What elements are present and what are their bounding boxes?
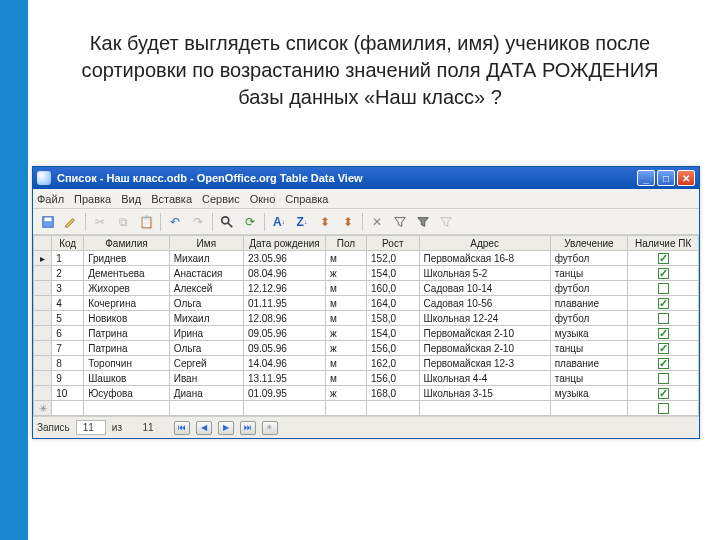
cell-adr[interactable]: Школьная 4-4: [419, 371, 550, 386]
cell-adr[interactable]: Школьная 5-2: [419, 266, 550, 281]
cell-nam[interactable]: Алексей: [169, 281, 243, 296]
cell-uvl[interactable]: футбол: [550, 281, 628, 296]
nav-prev-icon[interactable]: ◀: [196, 421, 212, 435]
cell-uvl[interactable]: музыка: [550, 326, 628, 341]
cell-fam[interactable]: Кочергина: [84, 296, 170, 311]
filter-default-icon[interactable]: [414, 213, 432, 231]
table-row[interactable]: 5НовиковМихаил12.08.96м158,0Школьная 12-…: [34, 311, 699, 326]
cell-fam[interactable]: Патрина: [84, 341, 170, 356]
row-marker[interactable]: [34, 341, 52, 356]
table-row[interactable]: 4КочергинаОльга01.11.95м164,0Садовая 10-…: [34, 296, 699, 311]
cell-nam[interactable]: Сергей: [169, 356, 243, 371]
cell-adr[interactable]: Первомайская 12-3: [419, 356, 550, 371]
cell-fam[interactable]: Жихорев: [84, 281, 170, 296]
cell-rost[interactable]: 154,0: [367, 326, 419, 341]
cell-rost[interactable]: 156,0: [367, 371, 419, 386]
find-icon[interactable]: [218, 213, 236, 231]
checkbox-icon[interactable]: [658, 373, 669, 384]
row-marker[interactable]: ▸: [34, 251, 52, 266]
checkbox-icon[interactable]: [658, 313, 669, 324]
menu-help[interactable]: Справка: [285, 193, 328, 205]
cell-adr[interactable]: Школьная 3-15: [419, 386, 550, 401]
cell-pol[interactable]: м: [326, 251, 367, 266]
data-table[interactable]: Код Фамилия Имя Дата рождения Пол Рост А…: [33, 235, 699, 416]
cell-pk[interactable]: [628, 341, 699, 356]
table-row[interactable]: 2ДементьеваАнастасия08.04.96ж154,0Школьн…: [34, 266, 699, 281]
refresh-icon[interactable]: ⟳: [241, 213, 259, 231]
checkbox-icon[interactable]: [658, 358, 669, 369]
col-fam[interactable]: Фамилия: [84, 236, 170, 251]
cell-dat[interactable]: 12.08.96: [243, 311, 325, 326]
col-uvl[interactable]: Увлечение: [550, 236, 628, 251]
cell-rost[interactable]: 156,0: [367, 341, 419, 356]
row-marker[interactable]: [34, 266, 52, 281]
undo-icon[interactable]: ↶: [166, 213, 184, 231]
col-pk[interactable]: Наличие ПК: [628, 236, 699, 251]
menu-edit[interactable]: Правка: [74, 193, 111, 205]
nav-first-icon[interactable]: ⏮: [174, 421, 190, 435]
table-row-new[interactable]: ✳: [34, 401, 699, 416]
table-row[interactable]: 6ПатринаИрина09.05.96ж154,0Первомайская …: [34, 326, 699, 341]
cell-adr[interactable]: Первомайская 2-10: [419, 341, 550, 356]
cell-uvl[interactable]: танцы: [550, 266, 628, 281]
checkbox-icon[interactable]: [658, 298, 669, 309]
cell-fam[interactable]: Дементьева: [84, 266, 170, 281]
remove-filter-icon[interactable]: [437, 213, 455, 231]
checkbox-icon[interactable]: [658, 388, 669, 399]
autofilter-icon[interactable]: ✕: [368, 213, 386, 231]
sort-desc-icon[interactable]: Z↓: [293, 213, 311, 231]
cell-rost[interactable]: 158,0: [367, 311, 419, 326]
cell-pol[interactable]: ж: [326, 386, 367, 401]
menu-insert[interactable]: Вставка: [151, 193, 192, 205]
cell-pol[interactable]: м: [326, 371, 367, 386]
cell-kod[interactable]: 8: [52, 356, 84, 371]
sort-config-icon[interactable]: ⬍: [339, 213, 357, 231]
row-marker-new[interactable]: ✳: [34, 401, 52, 416]
cell-pk[interactable]: [628, 281, 699, 296]
cell-kod[interactable]: 10: [52, 386, 84, 401]
menu-file[interactable]: Файл: [37, 193, 64, 205]
col-rost[interactable]: Рост: [367, 236, 419, 251]
checkbox-icon[interactable]: [658, 268, 669, 279]
table-row[interactable]: 9ШашковИван13.11.95м156,0Школьная 4-4тан…: [34, 371, 699, 386]
paste-icon[interactable]: 📋: [137, 213, 155, 231]
cell-adr[interactable]: Школьная 12-24: [419, 311, 550, 326]
cell-pk[interactable]: [628, 371, 699, 386]
edit-icon[interactable]: [62, 213, 80, 231]
nav-next-icon[interactable]: ▶: [218, 421, 234, 435]
cell-pol[interactable]: м: [326, 281, 367, 296]
cell-adr[interactable]: Первомайская 16-8: [419, 251, 550, 266]
filter-icon[interactable]: [391, 213, 409, 231]
cell-nam[interactable]: Анастасия: [169, 266, 243, 281]
cell-fam[interactable]: Шашков: [84, 371, 170, 386]
row-marker[interactable]: [34, 326, 52, 341]
col-nam[interactable]: Имя: [169, 236, 243, 251]
cell-nam[interactable]: Ольга: [169, 296, 243, 311]
cell-rost[interactable]: 164,0: [367, 296, 419, 311]
cell-nam[interactable]: Диана: [169, 386, 243, 401]
sort-icon[interactable]: ⬍: [316, 213, 334, 231]
cell-nam[interactable]: Михаил: [169, 251, 243, 266]
cell-kod[interactable]: 5: [52, 311, 84, 326]
cell-fam[interactable]: Торопчин: [84, 356, 170, 371]
cell-uvl[interactable]: танцы: [550, 371, 628, 386]
cell-rost[interactable]: 160,0: [367, 281, 419, 296]
cell-pk[interactable]: [628, 386, 699, 401]
cell-dat[interactable]: 09.05.96: [243, 326, 325, 341]
table-row[interactable]: 7ПатринаОльга09.05.96ж156,0Первомайская …: [34, 341, 699, 356]
cell-pol[interactable]: ж: [326, 326, 367, 341]
title-bar[interactable]: Список - Наш класс.odb - OpenOffice.org …: [33, 167, 699, 189]
row-marker[interactable]: [34, 386, 52, 401]
table-row[interactable]: ▸1ГридневМихаил23.05.96м152,0Первомайска…: [34, 251, 699, 266]
cell-dat[interactable]: 09.05.96: [243, 341, 325, 356]
table-row[interactable]: 3ЖихоревАлексей12.12.96м160,0Садовая 10-…: [34, 281, 699, 296]
cell-pol[interactable]: м: [326, 311, 367, 326]
save-icon[interactable]: [39, 213, 57, 231]
cell-uvl[interactable]: танцы: [550, 341, 628, 356]
checkbox-icon[interactable]: [658, 283, 669, 294]
cell-dat[interactable]: 12.12.96: [243, 281, 325, 296]
col-adr[interactable]: Адрес: [419, 236, 550, 251]
cell-uvl[interactable]: футбол: [550, 311, 628, 326]
cell-uvl[interactable]: плавание: [550, 296, 628, 311]
table-row[interactable]: 8ТоропчинСергей14.04.96м162,0Первомайска…: [34, 356, 699, 371]
